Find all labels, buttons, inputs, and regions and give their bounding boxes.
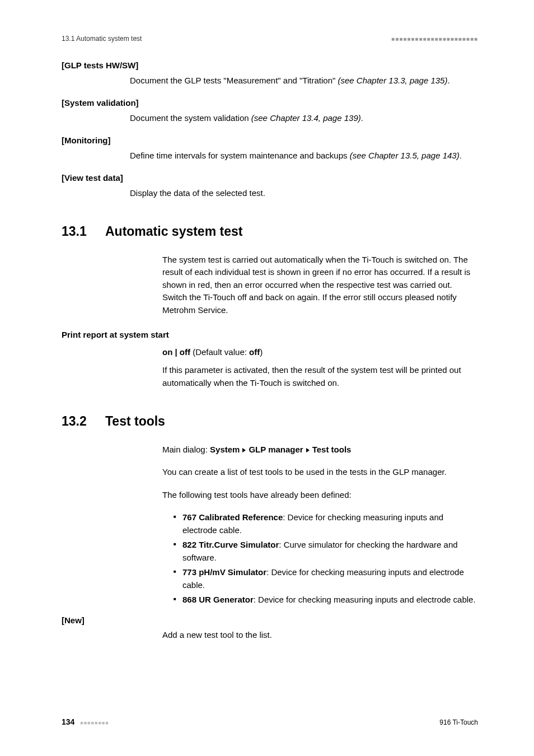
- definition-term: [System validation]: [62, 97, 478, 110]
- footer-product-name: 916 Ti-Touch: [439, 717, 478, 727]
- section-title: Automatic system test: [105, 222, 242, 241]
- test-tools-list: 767 Calibrated Reference: Device for che…: [174, 511, 478, 606]
- definition-term: [View test data]: [62, 172, 478, 185]
- definition-glp-tests: [GLP tests HW/SW] Document the GLP tests…: [62, 59, 478, 87]
- page-footer: 134 ■■■■■■■■ 916 Ti-Touch: [62, 716, 478, 728]
- list-item: 822 Titr.Curve Simulator: Curve simulato…: [174, 539, 478, 564]
- section-heading-13-2: 13.2 Test tools: [62, 412, 478, 431]
- header-decoration: ■■■■■■■■■■■■■■■■■■■■■■: [391, 35, 478, 43]
- parameter-name: Print report at system start: [62, 329, 478, 342]
- definition-monitoring: [Monitoring] Define time intervals for s…: [62, 134, 478, 162]
- definition-term: [GLP tests HW/SW]: [62, 59, 478, 72]
- section-number: 13.1: [62, 222, 105, 241]
- section-131-paragraph: The system test is carried out automatic…: [162, 254, 478, 317]
- definition-description: Add a new test tool to the list.: [162, 629, 478, 642]
- section-132-para2: The following test tools have already be…: [162, 489, 478, 502]
- footer-page-number: 134 ■■■■■■■■: [62, 716, 109, 728]
- triangle-icon: [242, 448, 246, 452]
- definition-system-validation: [System validation] Document the system …: [62, 97, 478, 124]
- definition-description: Document the GLP tests "Measurement" and…: [130, 74, 478, 87]
- footer-decoration: ■■■■■■■■: [80, 720, 109, 726]
- main-dialog-path: Main dialog: SystemGLP managerTest tools: [162, 444, 478, 456]
- list-item: 773 pH/mV Simulator: Device for checking…: [174, 566, 478, 591]
- section-title: Test tools: [105, 412, 165, 431]
- parameter-values: on | off (Default value: off): [162, 346, 478, 359]
- definition-description: Document the system validation (see Chap…: [130, 112, 478, 125]
- definition-view-test-data: [View test data] Display the data of the…: [62, 172, 478, 199]
- section-heading-13-1: 13.1 Automatic system test: [62, 222, 478, 241]
- header-section-label: 13.1 Automatic system test: [62, 34, 142, 44]
- parameter-description: If this parameter is activated, then the…: [162, 364, 478, 389]
- list-item: 868 UR Generator: Device for checking me…: [174, 594, 478, 606]
- definition-description: Define time intervals for system mainten…: [130, 150, 478, 162]
- definition-term: [Monitoring]: [62, 134, 478, 147]
- parameter-block: on | off (Default value: off) If this pa…: [162, 346, 478, 390]
- triangle-icon: [306, 448, 310, 452]
- section-number: 13.2: [62, 412, 105, 431]
- definition-term: [New]: [62, 614, 478, 627]
- definition-new: [New] Add a new test tool to the list.: [62, 614, 478, 642]
- list-item: 767 Calibrated Reference: Device for che…: [174, 511, 478, 536]
- definition-description: Display the data of the selected test.: [130, 187, 478, 200]
- section-132-para1: You can create a list of test tools to b…: [162, 466, 478, 479]
- page-header: 13.1 Automatic system test ■■■■■■■■■■■■■…: [62, 34, 478, 44]
